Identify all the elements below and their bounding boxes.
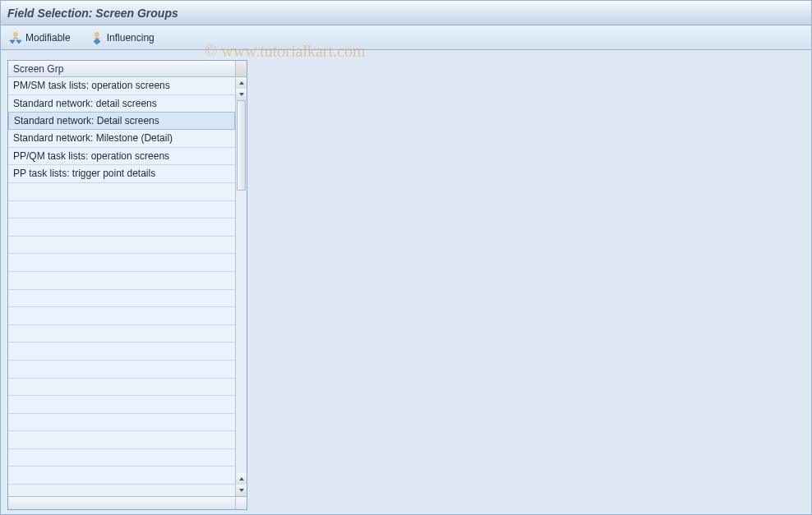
scroll-down-button[interactable] bbox=[236, 89, 247, 100]
content-area: Screen Grp PM/SM task lists: operation s… bbox=[1, 50, 811, 515]
svg-marker-7 bbox=[239, 477, 244, 481]
table-row[interactable]: PP task lists: trigger point details bbox=[8, 165, 235, 183]
table-row[interactable]: Standard network: Detail screens bbox=[8, 112, 235, 130]
table-row[interactable] bbox=[8, 183, 235, 201]
table-row[interactable] bbox=[8, 467, 235, 485]
scroll-up-button[interactable] bbox=[236, 77, 247, 89]
table-row[interactable] bbox=[8, 254, 235, 272]
svg-point-0 bbox=[14, 32, 17, 35]
table-row[interactable] bbox=[8, 307, 235, 325]
scroll-up-button-bottom[interactable] bbox=[236, 473, 247, 485]
page-title: Field Selection: Screen Groups bbox=[7, 7, 178, 20]
table-row[interactable] bbox=[8, 379, 235, 397]
svg-marker-6 bbox=[239, 93, 244, 96]
svg-marker-2 bbox=[16, 40, 21, 44]
scroll-track[interactable] bbox=[236, 100, 247, 473]
influencing-label: Influencing bbox=[107, 32, 155, 44]
table-row[interactable]: Standard network: Milestone (Detail) bbox=[8, 130, 235, 148]
footer-scroll-corner bbox=[235, 497, 247, 509]
table-header: Screen Grp bbox=[8, 61, 247, 77]
table-row[interactable] bbox=[8, 201, 235, 219]
vertical-scrollbar[interactable] bbox=[235, 77, 247, 496]
table-row[interactable] bbox=[8, 237, 235, 255]
table-row[interactable] bbox=[8, 449, 235, 467]
table-row[interactable] bbox=[8, 414, 235, 432]
person-triangles-icon bbox=[9, 31, 22, 44]
svg-marker-8 bbox=[239, 489, 244, 492]
table-row[interactable] bbox=[8, 325, 235, 343]
table-row[interactable] bbox=[8, 218, 235, 237]
person-diamond-icon bbox=[90, 31, 104, 44]
column-header-screen-grp[interactable]: Screen Grp bbox=[8, 61, 235, 76]
title-bar: Field Selection: Screen Groups bbox=[1, 1, 811, 25]
table-row[interactable]: PM/SM task lists: operation screens bbox=[8, 77, 235, 95]
svg-point-3 bbox=[95, 32, 99, 35]
scroll-thumb[interactable] bbox=[237, 100, 246, 191]
svg-marker-5 bbox=[239, 81, 244, 85]
table-row[interactable] bbox=[8, 361, 235, 379]
table-row[interactable] bbox=[8, 431, 235, 449]
modifiable-label: Modifiable bbox=[25, 32, 71, 44]
screen-group-table: Screen Grp PM/SM task lists: operation s… bbox=[7, 60, 247, 510]
table-footer bbox=[8, 496, 247, 509]
svg-marker-4 bbox=[94, 39, 100, 44]
influencing-button[interactable]: Influencing bbox=[87, 30, 158, 46]
table-row[interactable]: Standard network: detail screens bbox=[8, 95, 235, 113]
table-row[interactable]: PP/QM task lists: operation screens bbox=[8, 148, 235, 166]
table-row[interactable] bbox=[8, 343, 235, 361]
table-row[interactable] bbox=[8, 396, 235, 414]
svg-marker-1 bbox=[10, 40, 15, 44]
scroll-down-button-bottom[interactable] bbox=[236, 485, 247, 496]
table-row[interactable] bbox=[8, 290, 235, 308]
modifiable-button[interactable]: Modifiable bbox=[6, 30, 74, 46]
table-body: PM/SM task lists: operation screensStand… bbox=[8, 77, 247, 496]
toolbar: Modifiable Influencing bbox=[1, 25, 811, 50]
table-row[interactable] bbox=[8, 272, 235, 290]
table-header-corner bbox=[235, 61, 247, 76]
